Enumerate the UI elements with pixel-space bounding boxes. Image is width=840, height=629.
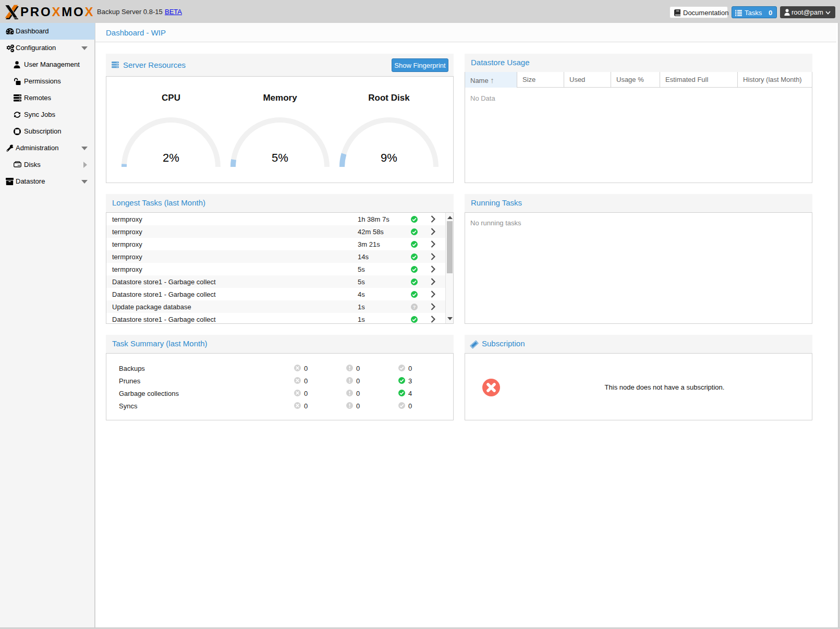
svg-text:?: ? (413, 305, 416, 310)
